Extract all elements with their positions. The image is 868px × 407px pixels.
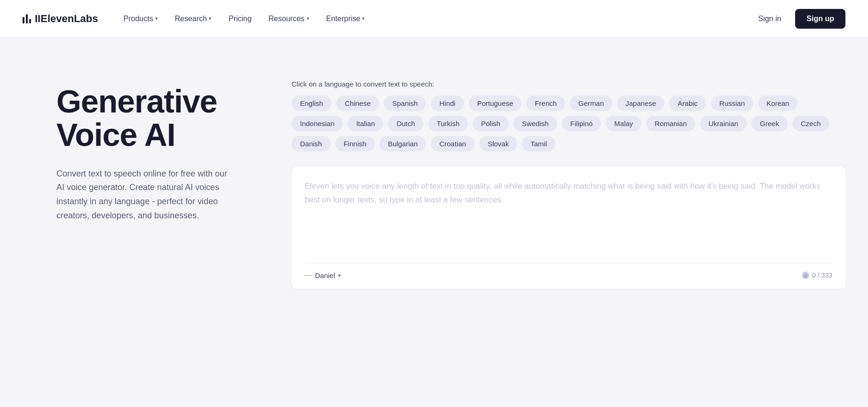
hero-title: Generative Voice AI: [56, 85, 254, 152]
sign-in-button[interactable]: Sign in: [751, 11, 788, 27]
chevron-down-icon: ▾: [338, 272, 341, 279]
lang-tag-tamil[interactable]: Tamil: [522, 136, 555, 152]
nav-item-products[interactable]: Products ▾: [117, 11, 165, 27]
lang-tag-spanish[interactable]: Spanish: [384, 96, 426, 111]
char-count-value: 0 / 333: [812, 271, 832, 279]
lang-tag-korean[interactable]: Korean: [758, 96, 797, 111]
lang-tag-croatian[interactable]: Croatian: [431, 136, 474, 152]
nav-label-research: Research: [175, 15, 207, 23]
lang-tag-czech[interactable]: Czech: [792, 116, 829, 131]
lang-tag-french[interactable]: French: [526, 96, 565, 111]
lang-tag-japanese[interactable]: Japanese: [617, 96, 664, 111]
header: IIElevenLabs Products ▾ Research ▾ Prici…: [0, 0, 868, 38]
lang-tag-slovak[interactable]: Slovak: [479, 136, 517, 152]
logo-icon: [23, 14, 31, 24]
header-right: Sign in Sign up: [751, 9, 845, 29]
lang-tag-portuguese[interactable]: Portuguese: [469, 96, 522, 111]
lang-tag-romanian[interactable]: Romanian: [646, 116, 695, 131]
voice-selector[interactable]: — Daniel ▾: [305, 271, 341, 279]
nav-item-enterprise[interactable]: Enterprise ▾: [320, 11, 372, 27]
language-tags-container: English Chinese Spanish Hindi Portuguese…: [292, 96, 845, 152]
char-count: ◎ 0 / 333: [802, 271, 832, 279]
lang-tag-danish[interactable]: Danish: [292, 136, 331, 152]
lang-tag-english[interactable]: English: [292, 96, 331, 111]
main-nav: Products ▾ Research ▾ Pricing Resources …: [117, 11, 372, 27]
nav-label-enterprise: Enterprise: [326, 15, 361, 23]
lang-tag-swedish[interactable]: Swedish: [513, 116, 557, 131]
textarea-footer: — Daniel ▾ ◎ 0 / 333: [305, 263, 832, 279]
lang-tag-finnish[interactable]: Finnish: [335, 136, 375, 152]
lang-tag-hindi[interactable]: Hindi: [431, 96, 464, 111]
lang-tag-greek[interactable]: Greek: [751, 116, 788, 131]
voice-name: Daniel: [315, 271, 335, 279]
chevron-down-icon: ▾: [362, 16, 365, 22]
voice-demo-section: Click on a language to convert text to s…: [292, 75, 845, 289]
lang-tag-italian[interactable]: Italian: [347, 116, 383, 131]
logo-text: IIElevenLabs: [35, 13, 98, 25]
dash-icon: —: [305, 271, 312, 279]
logo-bar-1: [23, 17, 24, 24]
main-content: Generative Voice AI Convert text to spee…: [0, 38, 868, 308]
language-prompt: Click on a language to convert text to s…: [292, 80, 845, 88]
chevron-down-icon: ▾: [307, 16, 309, 22]
nav-item-pricing[interactable]: Pricing: [222, 11, 258, 27]
lang-tag-ukrainian[interactable]: Ukrainian: [700, 116, 747, 131]
text-input-area[interactable]: Eleven lets you voice any length of text…: [292, 167, 845, 289]
nav-label-pricing: Pricing: [229, 15, 252, 23]
lang-tag-polish[interactable]: Polish: [473, 116, 509, 131]
logo-bar-2: [26, 14, 28, 24]
hero-description: Convert text to speech online for free w…: [56, 167, 235, 223]
logo-bar-3: [29, 19, 31, 24]
nav-item-resources[interactable]: Resources ▾: [262, 11, 316, 27]
lang-tag-chinese[interactable]: Chinese: [336, 96, 379, 111]
nav-label-products: Products: [124, 15, 153, 23]
hero-section: Generative Voice AI Convert text to spee…: [56, 75, 254, 223]
lang-tag-arabic[interactable]: Arabic: [669, 96, 706, 111]
sign-up-button[interactable]: Sign up: [795, 9, 845, 29]
textarea-placeholder: Eleven lets you voice any length of text…: [305, 180, 832, 252]
lang-tag-indonesian[interactable]: Indonesian: [292, 116, 343, 131]
lang-tag-dutch[interactable]: Dutch: [388, 116, 423, 131]
lang-tag-bulgarian[interactable]: Bulgarian: [379, 136, 426, 152]
nav-item-research[interactable]: Research ▾: [168, 11, 218, 27]
lang-tag-turkish[interactable]: Turkish: [428, 116, 468, 131]
chevron-down-icon: ▾: [155, 16, 158, 22]
header-left: IIElevenLabs Products ▾ Research ▾ Prici…: [23, 11, 371, 27]
lang-tag-russian[interactable]: Russian: [711, 96, 753, 111]
logo[interactable]: IIElevenLabs: [23, 13, 98, 25]
lang-tag-german[interactable]: German: [570, 96, 612, 111]
lang-tag-malay[interactable]: Malay: [606, 116, 641, 131]
lang-tag-filipino[interactable]: Filipino: [562, 116, 601, 131]
chevron-down-icon: ▾: [209, 16, 212, 22]
nav-label-resources: Resources: [268, 15, 304, 23]
char-count-icon: ◎: [802, 271, 809, 279]
